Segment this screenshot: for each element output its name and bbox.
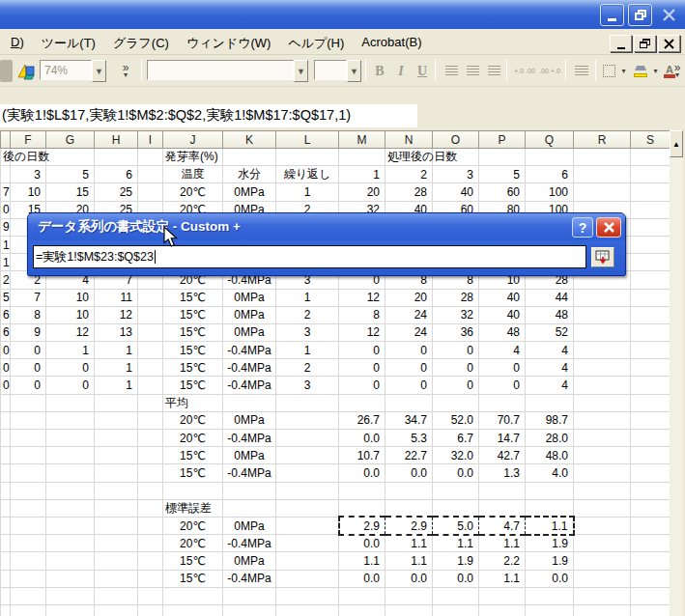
cell[interactable] (46, 517, 95, 534)
cell[interactable] (433, 604, 479, 616)
cell[interactable] (574, 306, 631, 323)
cell[interactable] (1, 411, 11, 429)
cell[interactable] (163, 482, 223, 499)
cell[interactable] (138, 289, 163, 306)
cell[interactable] (138, 587, 163, 604)
cell[interactable]: 20 (385, 289, 433, 306)
cell[interactable] (11, 517, 46, 534)
cell[interactable] (95, 499, 138, 517)
menu-item-4[interactable]: Acrobat(B) (353, 34, 430, 53)
cell[interactable] (574, 464, 631, 482)
cell[interactable]: 2 (385, 166, 433, 183)
underline-button[interactable]: U (412, 60, 433, 82)
cell[interactable]: 6 (1, 306, 11, 323)
cell[interactable] (574, 604, 631, 616)
cell[interactable] (479, 587, 526, 604)
cell[interactable]: 3 (11, 166, 46, 183)
cell[interactable]: 10 (46, 289, 95, 306)
cell[interactable]: -0.4MPa (223, 342, 276, 359)
cell[interactable] (574, 377, 631, 394)
cell[interactable] (138, 394, 163, 411)
cell[interactable] (223, 482, 276, 499)
selected-cell[interactable]: 2.9 (385, 517, 433, 534)
cell[interactable] (11, 447, 46, 464)
cell[interactable] (574, 166, 631, 183)
cell[interactable]: 13 (95, 323, 138, 341)
cell[interactable]: 4 (479, 342, 526, 359)
cell[interactable] (138, 604, 163, 616)
cell[interactable]: 1.1 (339, 552, 385, 570)
cell[interactable] (11, 499, 46, 517)
cell[interactable] (95, 517, 138, 534)
cell[interactable] (631, 359, 671, 377)
cell[interactable] (574, 587, 631, 604)
selected-cell[interactable]: 1.1 (526, 517, 574, 534)
cell[interactable]: 0.0 (339, 430, 385, 447)
cell[interactable] (631, 517, 671, 534)
cell[interactable] (276, 587, 339, 604)
cell[interactable] (631, 535, 671, 552)
cell[interactable] (631, 149, 671, 166)
cell[interactable]: 32.0 (433, 447, 479, 464)
cell[interactable] (1, 394, 11, 411)
cell[interactable]: 0 (339, 342, 385, 359)
cell[interactable] (46, 570, 95, 587)
cell[interactable]: 9 (11, 323, 46, 341)
cell[interactable] (138, 377, 163, 394)
cell[interactable]: 44 (526, 289, 574, 306)
cell[interactable] (526, 604, 574, 616)
cell[interactable] (11, 464, 46, 482)
cell[interactable] (46, 587, 95, 604)
collapse-dialog-button[interactable] (591, 247, 614, 267)
cell[interactable]: 3 (433, 166, 479, 183)
cell[interactable] (433, 499, 479, 517)
cell[interactable] (631, 342, 671, 359)
cell[interactable]: 1 (46, 342, 95, 359)
cell[interactable]: 10.7 (339, 447, 385, 464)
cell[interactable] (1, 464, 11, 482)
cell[interactable]: 0.0 (339, 464, 385, 482)
cell[interactable]: 0 (339, 359, 385, 377)
cell[interactable] (339, 482, 385, 499)
cell[interactable] (276, 394, 339, 411)
cell[interactable]: 15℃ (163, 359, 223, 377)
cell[interactable]: 12 (339, 289, 385, 306)
cell[interactable]: 1 (1, 254, 11, 271)
cell[interactable] (276, 149, 339, 166)
column-header-O[interactable]: O (433, 131, 479, 149)
cell[interactable] (631, 166, 671, 183)
decrease-decimal-button[interactable]: .00 +.0 (537, 60, 562, 82)
cell[interactable]: 0 (433, 342, 479, 359)
italic-button[interactable]: I (390, 60, 412, 82)
cell[interactable]: 1.9 (433, 552, 479, 570)
cell[interactable]: 20℃ (163, 183, 223, 201)
cell[interactable]: 24 (385, 323, 433, 341)
cell[interactable] (479, 499, 526, 517)
cell[interactable] (95, 552, 138, 570)
cell[interactable] (138, 552, 163, 570)
app-minimize-button[interactable] (600, 4, 624, 26)
cell[interactable] (95, 447, 138, 464)
cell[interactable]: 25 (95, 183, 138, 201)
cell[interactable] (11, 604, 46, 616)
column-header-partial[interactable] (1, 131, 11, 149)
cell[interactable]: 48.0 (526, 447, 574, 464)
cell[interactable] (95, 587, 138, 604)
cell[interactable] (46, 604, 95, 616)
cell[interactable]: 34.7 (385, 411, 433, 429)
cell[interactable] (631, 323, 671, 341)
cell[interactable]: 0 (385, 377, 433, 394)
cell[interactable] (138, 464, 163, 482)
drawing-toolbar-icon[interactable] (16, 60, 37, 82)
cell[interactable] (223, 149, 276, 166)
column-header-I[interactable]: I (138, 131, 163, 149)
cell[interactable]: 0.0 (339, 570, 385, 587)
cell[interactable]: 5.3 (385, 430, 433, 447)
cell[interactable] (138, 342, 163, 359)
cell[interactable]: 9 (1, 218, 11, 236)
cell[interactable]: 6 (1, 323, 11, 341)
font-size-dropdown-arrow[interactable]: ▼ (347, 60, 361, 82)
cell[interactable] (1, 552, 11, 570)
cell[interactable] (1, 535, 11, 552)
cell[interactable] (223, 587, 276, 604)
